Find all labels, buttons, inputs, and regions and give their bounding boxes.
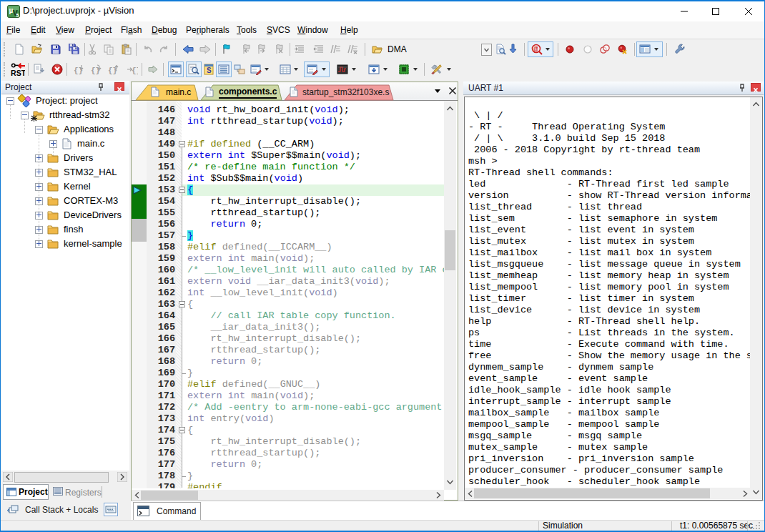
- svg-text:RST: RST: [11, 69, 25, 77]
- svg-text:@: @: [533, 46, 538, 54]
- svg-text:{}: {}: [91, 66, 100, 75]
- svg-text:S: S: [207, 66, 212, 74]
- svg-text:5: 5: [16, 13, 19, 18]
- svg-text:{}: {}: [132, 66, 138, 75]
- svg-text:{}: {}: [108, 66, 117, 75]
